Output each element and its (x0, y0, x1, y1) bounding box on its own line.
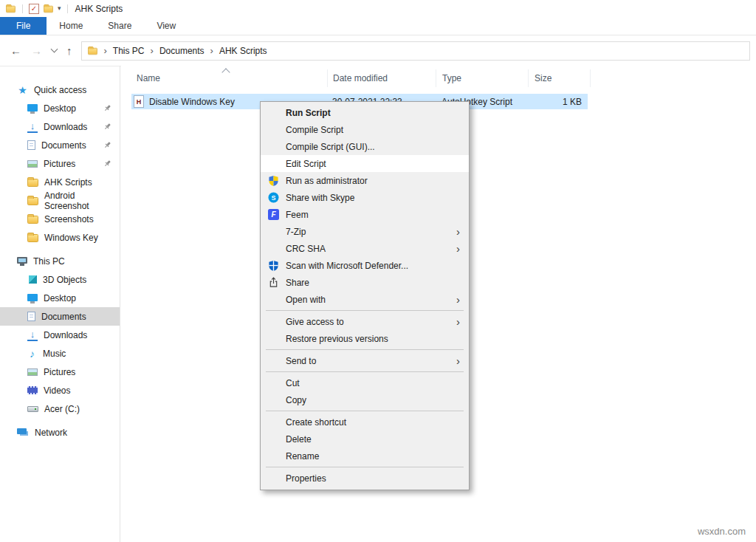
sidebar-item-this-pc[interactable]: This PC (0, 252, 120, 270)
menu-item-send-to[interactable]: Send to › (261, 352, 469, 369)
sidebar-item-network[interactable]: Network (0, 423, 120, 442)
sidebar-item-label: Documents (41, 312, 86, 322)
tab-view[interactable]: View (144, 17, 188, 35)
drive-icon (27, 406, 38, 412)
feem-icon: F (268, 209, 279, 220)
submenu-arrow-icon: › (447, 226, 464, 237)
sidebar-item-label: Quick access (34, 85, 86, 95)
breadcrumb-segment-ahk-scripts[interactable]: AHK Scripts (219, 46, 267, 56)
ribbon-tab-bar: File Home Share View (0, 17, 756, 35)
sidebar-item-label: Desktop (44, 293, 76, 303)
column-header-date-modified[interactable]: Date modified (327, 69, 436, 87)
menu-item-create-shortcut[interactable]: Create shortcut (261, 414, 469, 430)
forward-arrow-icon[interactable]: → (31, 45, 42, 56)
window-title: AHK Scripts (75, 4, 123, 14)
menu-item-label: 7-Zip (286, 227, 447, 237)
tab-home[interactable]: Home (47, 17, 95, 35)
up-arrow-icon[interactable]: ↑ (66, 45, 72, 56)
menu-item-compile-script[interactable]: Compile Script (261, 121, 469, 138)
column-header-type[interactable]: Type (436, 69, 528, 87)
sidebar-item-acer-c[interactable]: Acer (C:) (0, 399, 120, 418)
folder-icon (27, 197, 38, 205)
documents-icon (27, 140, 35, 150)
menu-item-edit-script[interactable]: Edit Script (261, 155, 469, 172)
titlebar-divider (22, 4, 23, 13)
sidebar-item-label: Downloads (44, 330, 87, 340)
menu-item-share-with-skype[interactable]: S Share with Skype (261, 189, 469, 206)
menu-item-give-access-to[interactable]: Give access to › (261, 313, 469, 330)
menu-item-scan-with-defender[interactable]: Scan with Microsoft Defender... (261, 257, 469, 274)
sidebar-item-downloads[interactable]: ↓ Downloads (0, 117, 120, 136)
menu-item-restore-previous-versions[interactable]: Restore previous versions (261, 330, 469, 347)
sidebar-item-videos[interactable]: Videos (0, 381, 120, 399)
menu-item-compile-script-gui[interactable]: Compile Script (GUI)... (261, 138, 469, 155)
menu-item-crc-sha[interactable]: CRC SHA › (261, 240, 469, 257)
back-arrow-icon[interactable]: ← (10, 45, 21, 56)
sidebar-item-windows-key[interactable]: Windows Key (0, 228, 120, 247)
menu-item-label: Properties (286, 473, 464, 484)
menu-item-label: Copy (286, 395, 464, 405)
sidebar-item-label: This PC (33, 256, 65, 267)
submenu-arrow-icon: › (447, 243, 464, 254)
qat-properties-checkbox-icon[interactable]: ✓ (29, 4, 39, 14)
qat-new-folder-icon[interactable] (44, 6, 53, 13)
sidebar-item-music[interactable]: ♪ Music (0, 344, 120, 363)
sidebar-item-ahk-scripts[interactable]: AHK Scripts (0, 173, 120, 191)
sidebar-item-label: Screenshots (44, 214, 94, 224)
skype-icon: S (268, 192, 279, 203)
menu-item-label: Run Script (286, 108, 464, 118)
quick-access-star-icon: ★ (17, 85, 28, 95)
sidebar-item-documents-pc[interactable]: Documents (0, 307, 120, 326)
sidebar-item-pictures-pc[interactable]: Pictures (0, 363, 120, 381)
sidebar-item-quick-access[interactable]: ★ Quick access (0, 80, 120, 99)
menu-item-properties[interactable]: Properties (261, 470, 469, 487)
menu-item-label: Compile Script (GUI)... (286, 142, 464, 152)
menu-item-cut[interactable]: Cut (261, 374, 469, 391)
menu-item-label: Feem (286, 210, 464, 220)
tab-share[interactable]: Share (95, 17, 144, 35)
sidebar-item-pictures-qa[interactable]: Pictures (0, 154, 120, 173)
sidebar-item-label: Network (35, 428, 67, 438)
sidebar-item-desktop-pc[interactable]: Desktop (0, 289, 120, 307)
sidebar-item-android-screenshot[interactable]: Android Screenshot (0, 191, 120, 210)
menu-item-open-with[interactable]: Open with › (261, 291, 469, 308)
address-bar[interactable]: › This PC › Documents › AHK Scripts (81, 41, 751, 61)
folder-icon (27, 234, 38, 242)
sidebar-item-screenshots[interactable]: Screenshots (0, 210, 120, 228)
music-note-icon: ♪ (27, 349, 37, 359)
menu-item-label: Send to (286, 356, 447, 366)
menu-item-run-script[interactable]: Run Script (261, 104, 469, 121)
menu-item-label: Restore previous versions (286, 334, 464, 344)
sidebar-item-3d-objects[interactable]: 3D Objects (0, 270, 120, 289)
menu-item-feem[interactable]: F Feem (261, 206, 469, 223)
breadcrumb-segment-this-pc[interactable]: This PC (113, 46, 145, 56)
pin-icon (103, 123, 111, 131)
sidebar-item-downloads-pc[interactable]: ↓ Downloads (0, 326, 120, 344)
recent-locations-chevron-icon[interactable] (51, 46, 58, 53)
computer-icon (17, 257, 27, 264)
menu-item-7zip[interactable]: 7-Zip › (261, 223, 469, 240)
menu-item-share[interactable]: Share (261, 274, 469, 291)
menu-item-copy[interactable]: Copy (261, 391, 469, 408)
sidebar-item-label: Videos (44, 385, 70, 396)
menu-item-run-as-administrator[interactable]: Run as administrator (261, 172, 469, 189)
sidebar-item-desktop[interactable]: Desktop (0, 99, 120, 117)
pin-icon (103, 159, 111, 168)
sidebar-item-label: Desktop (44, 103, 76, 114)
breadcrumb-chevron-icon: › (151, 45, 154, 56)
column-headers: Name Date modified Type Size (121, 66, 756, 88)
breadcrumb-segment-documents[interactable]: Documents (159, 46, 205, 56)
pin-icon (103, 104, 111, 112)
breadcrumb-chevron-icon: › (210, 45, 213, 56)
sidebar-item-documents-qa[interactable]: Documents (0, 136, 120, 154)
tab-file[interactable]: File (0, 17, 47, 35)
documents-icon (27, 312, 35, 321)
column-header-size[interactable]: Size (528, 69, 591, 87)
watermark: wsxdn.com (698, 526, 746, 537)
qat-customize-caret-icon[interactable]: ▾ (58, 5, 61, 12)
breadcrumb-folder-icon[interactable] (88, 48, 97, 55)
menu-item-label: Run as administrator (286, 176, 464, 186)
menu-item-label: Rename (286, 451, 464, 462)
menu-item-rename[interactable]: Rename (261, 447, 469, 464)
menu-item-delete[interactable]: Delete (261, 430, 469, 447)
